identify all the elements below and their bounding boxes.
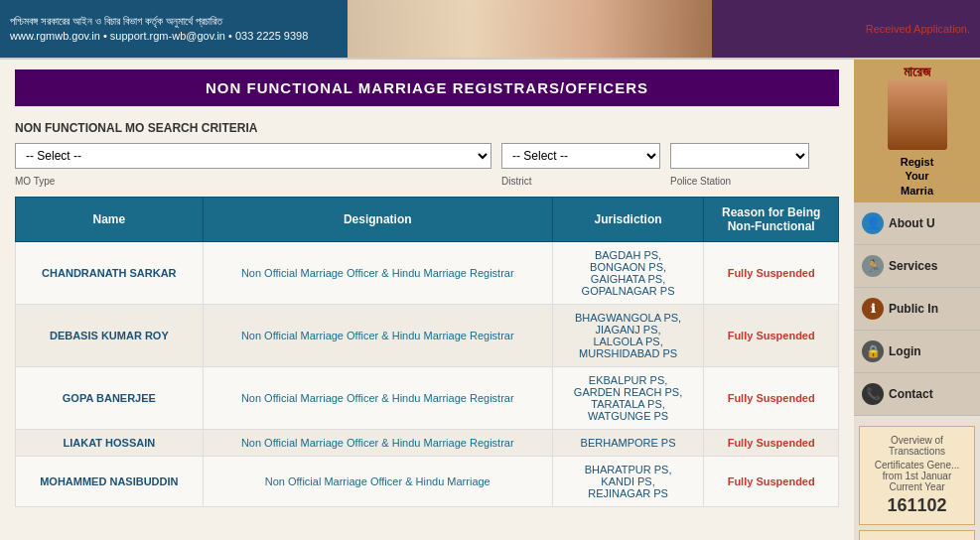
mo-type-label: MO Type	[15, 176, 491, 187]
header-left: পশ্চিমবঙ্গ সরকারের আইন ও বিচার বিভাগ কর্…	[0, 0, 348, 58]
cell-designation: Non Official Marriage Officer & Hindu Ma…	[203, 242, 552, 305]
search-row: -- Select -- -- Select --	[15, 143, 839, 169]
header-center	[348, 0, 712, 58]
field-labels-row: MO Type District Police Station	[15, 174, 839, 187]
right-sidebar: মারেজ RegistYourMarria 👤 About U 🏃 Servi…	[854, 60, 980, 540]
login-label: Login	[889, 344, 921, 358]
cell-reason: Fully Suspended	[704, 305, 839, 367]
search-criteria-label: NON FUNCTIONAL MO SEARCH CRITERIA	[15, 121, 839, 135]
table-row: CHANDRANATH SARKARNon Official Marriage …	[16, 242, 839, 305]
ps-label: Police Station	[670, 176, 809, 187]
cell-designation: Non Official Marriage Officer & Hindu Ma…	[203, 367, 552, 430]
cell-designation: Non Official Marriage Officer & Hindu Ma…	[203, 430, 552, 457]
sidebar-regist-text: RegistYourMarria	[901, 155, 934, 198]
stats-box-1: Overview ofTransactions Certificates Gen…	[859, 426, 975, 525]
sidebar-item-public[interactable]: ℹ Public In	[854, 288, 980, 331]
public-label: Public In	[889, 302, 938, 316]
contact-label: Contact	[889, 387, 933, 401]
contact-icon: 📞	[862, 383, 884, 405]
col-designation: Designation	[203, 198, 552, 242]
services-icon: 🏃	[862, 255, 884, 277]
cell-reason: Fully Suspended	[704, 242, 839, 305]
cell-reason: Fully Suspended	[704, 457, 839, 507]
cell-jurisdiction: BAGDAH PS, BONGAON PS, GAIGHATA PS, GOPA…	[552, 242, 704, 305]
cell-jurisdiction: BHAGWANGOLA PS, JIAGANJ PS, LALGOLA PS, …	[552, 305, 704, 367]
data-table: Name Designation Jurisdiction Reason for…	[15, 197, 839, 507]
cell-name: LIAKAT HOSSAIN	[16, 430, 204, 457]
table-row: MOHAMMED NASIBUDDINNon Official Marriage…	[16, 457, 839, 507]
cell-jurisdiction: BERHAMPORE PS	[552, 430, 704, 457]
cell-name: DEBASIS KUMAR ROY	[16, 305, 204, 367]
cell-designation: Non Official Marriage Officer & Hindu Ma…	[203, 457, 552, 507]
sidebar-item-about[interactable]: 👤 About U	[854, 202, 980, 245]
stats-subtitle-1: Certificates Gene...from 1st JanuarCurre…	[868, 460, 966, 492]
cell-name: GOPA BANERJEE	[16, 367, 204, 430]
content-area: NON FUNCTIONAL MARRIAGE REGISTRARS/OFFIC…	[0, 60, 854, 540]
flowers-decoration	[348, 0, 712, 58]
sidebar-item-services[interactable]: 🏃 Services	[854, 245, 980, 288]
cell-reason: Fully Suspended	[704, 430, 839, 457]
login-icon: 🔒	[862, 340, 884, 362]
district-select[interactable]: -- Select --	[501, 143, 660, 169]
sidebar-banner-image	[888, 80, 947, 150]
cell-jurisdiction: BHARATPUR PS, KANDI PS, REJINAGAR PS	[552, 457, 704, 507]
stats-title-1: Overview ofTransactions	[868, 435, 966, 457]
mo-type-select[interactable]: -- Select --	[15, 143, 491, 169]
table-header: Name Designation Jurisdiction Reason for…	[16, 198, 839, 242]
about-label: About U	[889, 216, 935, 230]
col-jurisdiction: Jurisdiction	[552, 198, 704, 242]
sidebar-item-contact[interactable]: 📞 Contact	[854, 373, 980, 416]
logo-text: পশ্চিমবঙ্গ সরকারের আইন ও বিচার বিভাগ কর্…	[10, 14, 308, 45]
sidebar-bangla-text: মারেজ	[904, 65, 930, 80]
table-row: LIAKAT HOSSAINNon Official Marriage Offi…	[16, 430, 839, 457]
ps-select[interactable]	[670, 143, 809, 169]
cell-reason: Fully Suspended	[704, 367, 839, 430]
cell-name: CHANDRANATH SARKAR	[16, 242, 204, 305]
cell-name: MOHAMMED NASIBUDDIN	[16, 457, 204, 507]
cell-jurisdiction: EKBALPUR PS, GARDEN REACH PS, TARATALA P…	[552, 367, 704, 430]
sidebar-item-login[interactable]: 🔒 Login	[854, 331, 980, 373]
district-label: District	[501, 176, 660, 187]
main-layout: NON FUNCTIONAL MARRIAGE REGISTRARS/OFFIC…	[0, 60, 980, 540]
services-label: Services	[889, 259, 937, 273]
header-banner: পশ্চিমবঙ্গ সরকারের আইন ও বিচার বিভাগ কর্…	[0, 0, 980, 60]
col-name: Name	[16, 198, 204, 242]
table-row: GOPA BANERJEENon Official Marriage Offic…	[16, 367, 839, 430]
page-title: NON FUNCTIONAL MARRIAGE REGISTRARS/OFFIC…	[15, 69, 839, 106]
person-icon: 👤	[862, 212, 884, 234]
header-right: Received Application.	[712, 0, 980, 58]
cell-designation: Non Official Marriage Officer & Hindu Ma…	[203, 305, 552, 367]
table-row: DEBASIS KUMAR ROYNon Official Marriage O…	[16, 305, 839, 367]
stats-section: Overview ofTransactions Certificates Gen…	[854, 416, 980, 540]
sidebar-banner: মারেজ RegistYourMarria	[854, 60, 980, 202]
col-reason: Reason for BeingNon-Functional	[704, 198, 839, 242]
table-body: CHANDRANATH SARKARNon Official Marriage …	[16, 242, 839, 507]
stats-number-1: 161102	[868, 495, 966, 516]
notification-text: Received Application.	[866, 23, 970, 35]
public-icon: ℹ	[862, 298, 884, 320]
stats-box-2: Certificates Gene...from 1st of CurrMont…	[859, 530, 975, 540]
